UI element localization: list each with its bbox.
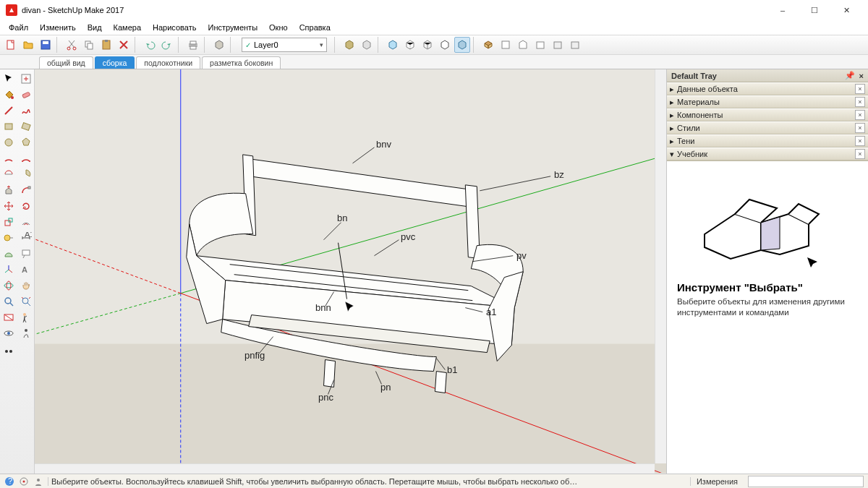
copy-icon[interactable] bbox=[81, 37, 97, 53]
panel-close-icon[interactable]: × bbox=[855, 84, 865, 94]
arc2-tool-icon[interactable] bbox=[17, 150, 35, 166]
axes-tool-icon[interactable] bbox=[0, 262, 17, 278]
menu-view[interactable]: Вид bbox=[82, 22, 108, 33]
pin-icon[interactable]: 📌 bbox=[845, 71, 855, 80]
measurements-label: Измерения bbox=[690, 477, 744, 486]
back-view-icon[interactable] bbox=[550, 37, 566, 53]
pie-tool-icon[interactable] bbox=[17, 166, 35, 182]
zoom-extents-icon[interactable] bbox=[17, 294, 35, 309]
3dtext-icon[interactable]: A bbox=[17, 262, 35, 278]
rectangle-tool-icon[interactable] bbox=[0, 119, 17, 134]
minimize-button[interactable]: – bbox=[767, 0, 799, 20]
measurements-input[interactable] bbox=[748, 476, 864, 487]
panel-close-icon[interactable]: × bbox=[855, 149, 865, 159]
select-tool-icon[interactable] bbox=[0, 71, 17, 87]
front-view-icon[interactable] bbox=[515, 37, 531, 53]
cut-icon[interactable] bbox=[64, 37, 80, 53]
offset-tool-icon[interactable] bbox=[17, 214, 35, 230]
close-button[interactable]: ✕ bbox=[830, 0, 862, 20]
viewport-3d[interactable]: bnv bz bn pvc pv bnn a1 pnfig b1 pn pnc bbox=[35, 69, 667, 474]
panel-shadows[interactable]: ▸Тени× bbox=[667, 134, 868, 147]
panel-close-icon[interactable]: × bbox=[855, 136, 865, 146]
shaded-textures-icon[interactable] bbox=[359, 37, 375, 53]
menu-file[interactable]: Файл bbox=[3, 22, 34, 33]
tape-measure-icon[interactable] bbox=[0, 230, 17, 246]
menu-edit[interactable]: Изменить bbox=[34, 22, 82, 33]
scene-tab-sidemarks[interactable]: разметка боковин bbox=[202, 56, 281, 69]
panel-close-icon[interactable]: × bbox=[855, 110, 865, 120]
rotated-rect-icon[interactable] bbox=[17, 119, 35, 134]
monochrome-icon[interactable] bbox=[454, 37, 470, 53]
extension-icon[interactable] bbox=[17, 341, 35, 357]
model-info-icon[interactable] bbox=[211, 37, 227, 53]
geo-icon[interactable] bbox=[19, 476, 29, 487]
left-view-icon[interactable] bbox=[567, 37, 583, 53]
panel-close-icon[interactable]: × bbox=[855, 97, 865, 107]
shaded-icon[interactable] bbox=[341, 37, 357, 53]
rotate-tool-icon[interactable] bbox=[17, 198, 35, 214]
new-file-icon[interactable] bbox=[3, 37, 19, 53]
panel-styles[interactable]: ▸Стили× bbox=[667, 121, 868, 134]
sandbox-icon[interactable] bbox=[0, 341, 17, 357]
followme-icon[interactable] bbox=[17, 182, 35, 198]
panel-instructor[interactable]: ▾Учебник× bbox=[667, 147, 868, 160]
paste-icon[interactable] bbox=[98, 37, 114, 53]
panel-close-icon[interactable]: × bbox=[855, 123, 865, 133]
delete-icon[interactable] bbox=[116, 37, 132, 53]
panel-components[interactable]: ▸Компоненты× bbox=[667, 108, 868, 121]
panel-materials[interactable]: ▸Материалы× bbox=[667, 95, 868, 108]
tray-titlebar[interactable]: Default Tray 📌 × bbox=[667, 69, 868, 82]
text-tool-icon[interactable] bbox=[17, 246, 35, 262]
wireframe-icon[interactable] bbox=[420, 37, 435, 53]
tray-close-icon[interactable]: × bbox=[859, 72, 864, 80]
backedges-icon[interactable] bbox=[402, 37, 418, 53]
scale-tool-icon[interactable] bbox=[0, 214, 17, 230]
help-icon[interactable]: ? bbox=[4, 476, 14, 487]
panel-entity-info[interactable]: ▸Данные объекта× bbox=[667, 82, 868, 95]
menu-window[interactable]: Окно bbox=[263, 22, 294, 33]
scene-tab-assembly[interactable]: сборка bbox=[95, 56, 135, 69]
orbit-icon[interactable] bbox=[0, 278, 17, 294]
open-file-icon[interactable] bbox=[20, 37, 36, 53]
eraser-icon[interactable] bbox=[17, 87, 35, 103]
maximize-button[interactable]: ☐ bbox=[799, 0, 830, 20]
paint-bucket-icon[interactable] bbox=[0, 87, 17, 103]
arc-tool-icon[interactable] bbox=[0, 150, 17, 166]
top-view-icon[interactable] bbox=[498, 37, 514, 53]
hidden-line-icon[interactable] bbox=[437, 37, 453, 53]
credits-icon[interactable] bbox=[33, 476, 43, 487]
line-tool-icon[interactable] bbox=[0, 103, 17, 119]
pushpull-icon[interactable] bbox=[0, 182, 17, 198]
make-component-icon[interactable] bbox=[17, 71, 35, 87]
menu-tools[interactable]: Инструменты bbox=[202, 22, 263, 33]
position-camera-icon[interactable] bbox=[17, 309, 35, 325]
walk-icon[interactable] bbox=[17, 325, 35, 341]
circle-tool-icon[interactable] bbox=[0, 134, 17, 150]
print-icon[interactable] bbox=[185, 37, 201, 53]
section-plane-icon[interactable] bbox=[0, 309, 17, 325]
pan-icon[interactable] bbox=[17, 278, 35, 294]
menu-help[interactable]: Справка bbox=[294, 22, 336, 33]
menu-draw[interactable]: Нарисовать bbox=[147, 22, 202, 33]
layer-dropdown[interactable]: ✓ Layer0 ▾ bbox=[242, 38, 327, 52]
protractor-icon[interactable] bbox=[0, 246, 17, 262]
iso-view-icon[interactable] bbox=[480, 37, 496, 53]
save-icon[interactable] bbox=[38, 37, 54, 53]
polygon-tool-icon[interactable] bbox=[17, 134, 35, 150]
right-view-icon[interactable] bbox=[532, 37, 548, 53]
arc3-tool-icon[interactable] bbox=[0, 166, 17, 182]
horizontal-scrollbar[interactable] bbox=[35, 463, 655, 474]
window-title: divan - SketchUp Make 2017 bbox=[22, 6, 124, 14]
move-tool-icon[interactable] bbox=[0, 198, 17, 214]
redo-icon[interactable] bbox=[159, 37, 175, 53]
vertical-scrollbar[interactable] bbox=[655, 69, 666, 463]
scene-tab-overview[interactable]: общий вид bbox=[39, 56, 93, 69]
xray-icon[interactable] bbox=[385, 37, 401, 53]
freehand-icon[interactable] bbox=[17, 103, 35, 119]
dimension-icon[interactable]: A1 bbox=[17, 230, 35, 246]
undo-icon[interactable] bbox=[142, 37, 158, 53]
scene-tab-armrests[interactable]: подлокотники bbox=[136, 56, 200, 69]
look-around-icon[interactable] bbox=[0, 325, 17, 341]
menu-camera[interactable]: Камера bbox=[108, 22, 147, 33]
zoom-icon[interactable] bbox=[0, 294, 17, 309]
